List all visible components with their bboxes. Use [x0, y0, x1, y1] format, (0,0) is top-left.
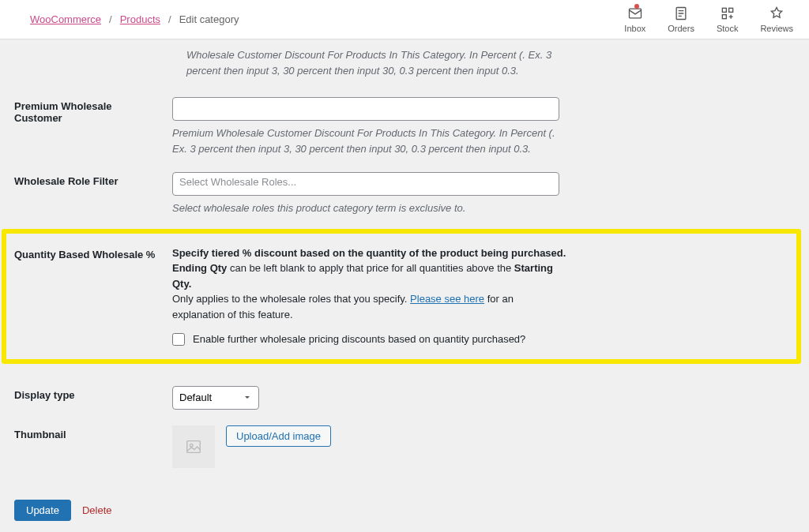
- form-content: Wholesale Customer Discount For Products…: [0, 39, 809, 532]
- qb-desc-line2: Ending Qty can be left blank to apply th…: [172, 260, 567, 291]
- svg-rect-3: [728, 8, 732, 12]
- row-role-filter: Wholesale Role Filter Select Wholesale R…: [14, 164, 793, 224]
- qb-see-here-link[interactable]: Please see here: [410, 293, 484, 305]
- qb-desc-line3: Only applies to the wholesale roles that…: [172, 291, 567, 322]
- breadcrumb-products[interactable]: Products: [120, 13, 160, 25]
- activity-inbox[interactable]: Inbox: [624, 6, 645, 33]
- premium-wholesale-help: Premium Wholesale Customer Discount For …: [172, 126, 567, 156]
- form-actions: Update Delete: [14, 500, 793, 521]
- breadcrumb-sep: /: [165, 13, 175, 25]
- breadcrumb-current: Edit category: [179, 13, 239, 25]
- activity-reviews-label: Reviews: [760, 24, 793, 33]
- premium-wholesale-input[interactable]: [172, 97, 559, 121]
- activity-stock[interactable]: Stock: [717, 6, 739, 33]
- qb-enable-checkbox[interactable]: [172, 333, 185, 346]
- thumbnail-placeholder: [172, 425, 215, 468]
- upload-image-button[interactable]: Upload/Add image: [226, 425, 331, 447]
- premium-wholesale-label: Premium Wholesale Customer: [14, 97, 172, 124]
- role-filter-help: Select wholesale roles this product cate…: [172, 200, 567, 216]
- row-premium-wholesale: Premium Wholesale Customer Premium Whole…: [14, 89, 793, 164]
- breadcrumb-woocommerce[interactable]: WooCommerce: [30, 13, 101, 25]
- top-bar: WooCommerce / Products / Edit category I…: [0, 0, 809, 39]
- svg-point-6: [190, 444, 193, 447]
- activity-orders[interactable]: Orders: [668, 6, 694, 33]
- reviews-icon: [769, 6, 785, 21]
- display-type-label: Display type: [14, 386, 172, 401]
- delete-link[interactable]: Delete: [82, 504, 112, 516]
- svg-rect-4: [722, 15, 726, 19]
- svg-rect-0: [629, 9, 641, 18]
- update-button[interactable]: Update: [14, 500, 71, 521]
- svg-rect-2: [722, 8, 726, 12]
- thumbnail-label: Thumbnail: [14, 425, 172, 440]
- activity-stock-label: Stock: [717, 24, 739, 33]
- breadcrumb: WooCommerce / Products / Edit category: [30, 13, 239, 25]
- activity-inbox-label: Inbox: [624, 24, 645, 33]
- image-placeholder-icon: [185, 438, 202, 455]
- quantity-based-highlight: Quantity Based Wholesale % Specify tiere…: [2, 229, 801, 364]
- activity-orders-label: Orders: [668, 24, 694, 33]
- role-filter-label: Wholesale Role Filter: [14, 172, 172, 187]
- row-display-type: Display type Default: [14, 378, 793, 418]
- display-type-select[interactable]: Default: [172, 386, 259, 410]
- stock-icon: [720, 6, 736, 21]
- activity-reviews[interactable]: Reviews: [760, 6, 793, 33]
- qb-checkbox-label: Enable further wholesale pricing discoun…: [193, 332, 525, 347]
- svg-rect-5: [187, 440, 201, 452]
- orders-icon: [673, 6, 689, 21]
- qb-desc-line1: Specify tiered % discount based on the q…: [172, 245, 567, 261]
- qb-label: Quantity Based Wholesale %: [14, 245, 172, 260]
- wholesale-help-top: Wholesale Customer Discount For Products…: [186, 47, 574, 78]
- row-thumbnail: Thumbnail Upload/Add image: [14, 418, 793, 476]
- role-filter-select[interactable]: Select Wholesale Roles...: [172, 172, 559, 196]
- activity-panel: Inbox Orders Stock Reviews: [624, 6, 793, 33]
- breadcrumb-sep: /: [106, 13, 115, 25]
